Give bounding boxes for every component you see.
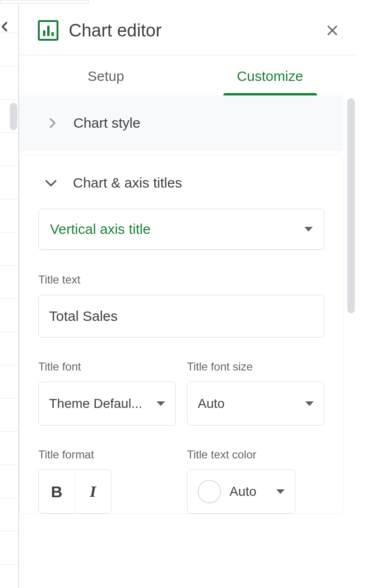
chart-editor-panel: Chart editor Setup Customize Chart style (19, 7, 357, 588)
title-text-input[interactable] (38, 295, 324, 338)
section-axis-titles-content: Vertical axis title Title text Title fon… (20, 209, 343, 514)
title-text-color-select[interactable]: Auto (187, 470, 295, 514)
panel-body: Chart style Chart & axis titles Vertical… (19, 95, 357, 588)
chart-editor-logo-icon (38, 20, 58, 41)
title-type-select[interactable]: Vertical axis title (38, 209, 324, 250)
panel-title: Chart editor (69, 21, 312, 41)
svg-rect-1 (43, 30, 45, 36)
sheet-back-chevron-icon[interactable] (0, 19, 13, 35)
title-font-size-label: Title font size (187, 360, 324, 373)
panel-scrollbar-thumb[interactable] (347, 98, 355, 313)
dropdown-icon (157, 401, 165, 406)
section-chart-style[interactable]: Chart style (19, 95, 344, 151)
title-type-value: Vertical axis title (50, 221, 151, 237)
tab-customize[interactable]: Customize (188, 55, 352, 95)
title-font-size-select[interactable]: Auto (187, 382, 324, 426)
section-axis-titles: Chart & axis titles Vertical axis title … (19, 155, 344, 514)
section-axis-titles-header[interactable]: Chart & axis titles (20, 155, 343, 209)
sheet-tab-strip (0, 0, 89, 4)
title-font-value: Theme Defaul... (49, 396, 142, 411)
tab-setup[interactable]: Setup (24, 55, 188, 95)
title-text-color-value: Auto (230, 484, 268, 499)
chevron-down-icon (43, 175, 59, 191)
title-text-color-label: Title text color (187, 448, 324, 461)
close-icon (325, 23, 339, 37)
title-text-label: Title text (38, 273, 324, 286)
section-axis-titles-label: Chart & axis titles (73, 175, 182, 191)
title-font-select[interactable]: Theme Defaul... (38, 382, 176, 426)
color-swatch-icon (198, 480, 221, 503)
close-button[interactable] (322, 20, 343, 41)
sheet-scrollbar-thumb[interactable] (10, 103, 17, 130)
panel-header: Chart editor (19, 7, 357, 55)
tabs: Setup Customize (19, 55, 357, 95)
chevron-right-icon (45, 116, 59, 130)
italic-button[interactable]: I (75, 470, 111, 513)
section-chart-style-label: Chart style (73, 115, 140, 131)
title-format-group: B I (38, 470, 111, 514)
svg-rect-3 (51, 32, 54, 36)
spreadsheet-background (0, 0, 19, 588)
title-font-label: Title font (38, 360, 176, 373)
svg-rect-2 (47, 26, 50, 36)
title-font-size-value: Auto (198, 396, 225, 411)
bold-button[interactable]: B (39, 470, 75, 513)
dropdown-icon (304, 227, 313, 232)
title-format-label: Title format (38, 448, 176, 461)
dropdown-icon (276, 489, 285, 494)
dropdown-icon (305, 401, 314, 406)
